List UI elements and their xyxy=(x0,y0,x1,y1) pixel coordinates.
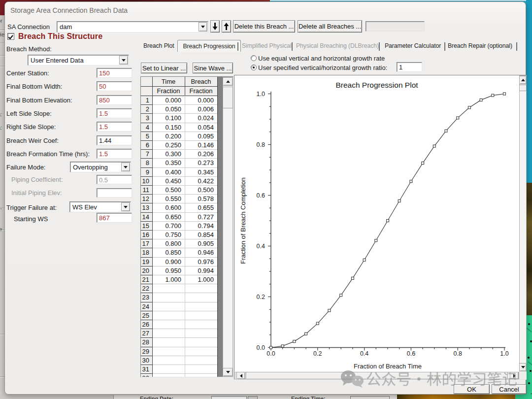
cell-time-fraction[interactable]: 0.400 xyxy=(153,168,185,176)
cell-breach-fraction[interactable]: 0.054 xyxy=(185,123,217,132)
ratio-growth-radio[interactable] xyxy=(251,65,257,70)
cell-breach-fraction[interactable]: 0.422 xyxy=(185,177,217,185)
sine-wave-button[interactable]: Sine Wave ... xyxy=(193,63,233,73)
tab-parameter-calculator[interactable]: Parameter Calculator xyxy=(385,42,441,49)
set-to-linear-button[interactable]: Set to Linear ... xyxy=(141,63,187,73)
cell-breach-fraction[interactable]: 1.000 xyxy=(185,275,217,284)
starting-ws-input[interactable]: 867 xyxy=(97,213,132,223)
cell-time-fraction[interactable] xyxy=(153,311,185,320)
cell-time-fraction[interactable] xyxy=(153,329,185,337)
failure-mode-dropdown[interactable]: Overtopping xyxy=(70,162,131,172)
cell-time-fraction[interactable]: 0.100 xyxy=(153,114,185,122)
cell-time-fraction[interactable]: 0.550 xyxy=(153,195,185,203)
progression-table[interactable]: TimeBreachFractionFraction10.0000.00020.… xyxy=(140,76,233,377)
equal-growth-radio[interactable] xyxy=(251,55,257,61)
tab-breach-plot[interactable]: Breach Plot xyxy=(143,42,174,49)
tab-breach-progression[interactable]: Breach Progression xyxy=(177,40,241,52)
cell-breach-fraction[interactable] xyxy=(185,302,217,311)
cell-breach-fraction[interactable]: 0.578 xyxy=(185,195,217,203)
cell-breach-fraction[interactable]: 0.345 xyxy=(185,168,217,176)
field-input[interactable]: 50 xyxy=(97,81,132,91)
chart-scroll-up-button[interactable] xyxy=(519,76,527,84)
cell-breach-fraction[interactable] xyxy=(185,356,217,365)
cell-breach-fraction[interactable]: 0.905 xyxy=(185,239,217,248)
cell-breach-fraction[interactable] xyxy=(185,365,217,373)
cell-breach-fraction[interactable]: 0.946 xyxy=(185,248,217,257)
cell-time-fraction[interactable]: 0.250 xyxy=(153,141,185,149)
trigger-failure-dropdown[interactable]: WS Elev xyxy=(69,201,131,212)
cell-time-fraction[interactable] xyxy=(153,374,185,377)
field-input[interactable]: 1.5 xyxy=(97,122,132,132)
cancel-button[interactable]: Cancel xyxy=(492,384,527,394)
cell-time-fraction[interactable]: 0.850 xyxy=(153,248,185,257)
field-input[interactable]: 850 xyxy=(97,95,132,105)
cell-breach-fraction[interactable] xyxy=(185,374,217,377)
cell-time-fraction[interactable]: 0.150 xyxy=(153,123,185,132)
cell-breach-fraction[interactable]: 0.854 xyxy=(185,231,217,239)
tab-simplified-physical[interactable]: Simplified Physical xyxy=(242,42,292,49)
table-vscroll-thumb[interactable] xyxy=(223,87,233,108)
cell-breach-fraction[interactable]: 0.000 xyxy=(185,96,217,104)
cell-breach-fraction[interactable] xyxy=(185,311,217,320)
chevron-down-icon[interactable] xyxy=(121,163,130,171)
cell-time-fraction[interactable]: 0.650 xyxy=(153,213,185,221)
piping-coefficient-input[interactable]: 0.5 xyxy=(97,175,132,184)
field-input[interactable]: 1.44 xyxy=(97,135,132,145)
cell-time-fraction[interactable]: 0.000 xyxy=(153,96,185,104)
cell-breach-fraction[interactable]: 0.146 xyxy=(185,141,217,149)
cell-breach-fraction[interactable] xyxy=(185,293,217,301)
cell-breach-fraction[interactable] xyxy=(185,284,217,293)
cell-time-fraction[interactable]: 0.750 xyxy=(153,231,185,239)
cell-breach-fraction[interactable]: 0.655 xyxy=(185,203,217,212)
cell-breach-fraction[interactable]: 0.994 xyxy=(185,266,217,275)
table-scroll-down-button[interactable] xyxy=(223,368,233,376)
cell-breach-fraction[interactable]: 0.206 xyxy=(185,150,217,158)
chart-scroll-right-button[interactable] xyxy=(510,372,519,379)
cell-breach-fraction[interactable]: 0.006 xyxy=(185,105,217,113)
cell-time-fraction[interactable]: 0.300 xyxy=(153,150,185,158)
cell-time-fraction[interactable]: 0.350 xyxy=(153,159,185,167)
cell-time-fraction[interactable]: 0.950 xyxy=(153,266,185,275)
cell-time-fraction[interactable] xyxy=(153,320,185,329)
cell-breach-fraction[interactable]: 0.794 xyxy=(185,222,217,230)
cell-time-fraction[interactable]: 0.500 xyxy=(153,186,185,194)
cell-time-fraction[interactable]: 0.700 xyxy=(153,222,185,230)
chart-vscroll-thumb[interactable] xyxy=(519,85,527,91)
chart-hscroll-thumb[interactable] xyxy=(246,372,508,379)
cell-time-fraction[interactable]: 0.200 xyxy=(153,132,185,140)
chart-vscrollbar[interactable] xyxy=(519,75,527,371)
cell-time-fraction[interactable] xyxy=(153,302,185,311)
cell-time-fraction[interactable] xyxy=(153,293,185,301)
chevron-down-icon[interactable] xyxy=(121,202,130,211)
cell-time-fraction[interactable] xyxy=(153,284,185,293)
cell-time-fraction[interactable] xyxy=(153,338,185,346)
cell-breach-fraction[interactable] xyxy=(185,320,217,329)
cell-time-fraction[interactable] xyxy=(153,347,185,356)
tab-physical-breaching-dlbreach[interactable]: Physical Breaching (DLBreach) xyxy=(296,42,379,49)
cell-breach-fraction[interactable] xyxy=(185,347,217,356)
chart-scroll-left-button[interactable] xyxy=(236,372,245,379)
field-input[interactable]: 1.5 xyxy=(97,108,132,118)
growth-ratio-input[interactable]: 1 xyxy=(397,62,422,72)
cell-breach-fraction[interactable]: 0.273 xyxy=(185,159,217,167)
cell-time-fraction[interactable]: 0.050 xyxy=(153,105,185,113)
cell-time-fraction[interactable]: 1.000 xyxy=(153,275,185,284)
field-input[interactable]: 150 xyxy=(97,68,132,78)
cell-breach-fraction[interactable]: 0.024 xyxy=(185,114,217,122)
table-scroll-up-button[interactable] xyxy=(223,77,233,86)
cell-time-fraction[interactable] xyxy=(153,365,185,373)
cell-time-fraction[interactable]: 0.450 xyxy=(153,177,185,185)
cell-breach-fraction[interactable] xyxy=(185,338,217,346)
cell-time-fraction[interactable]: 0.900 xyxy=(153,258,185,266)
cell-breach-fraction[interactable]: 0.727 xyxy=(185,213,217,221)
cell-breach-fraction[interactable]: 0.500 xyxy=(185,186,217,194)
ok-button[interactable]: OK xyxy=(454,384,490,394)
initial-piping-elev-input[interactable] xyxy=(97,188,132,198)
cell-breach-fraction[interactable]: 0.976 xyxy=(185,258,217,266)
field-input[interactable]: 1.5 xyxy=(97,149,132,159)
tab-breach-repair-optional[interactable]: Breach Repair (optional) xyxy=(448,42,512,49)
cell-time-fraction[interactable] xyxy=(153,356,185,365)
table-vscrollbar[interactable] xyxy=(223,77,233,377)
cell-breach-fraction[interactable] xyxy=(185,329,217,337)
cell-breach-fraction[interactable]: 0.095 xyxy=(185,132,217,140)
